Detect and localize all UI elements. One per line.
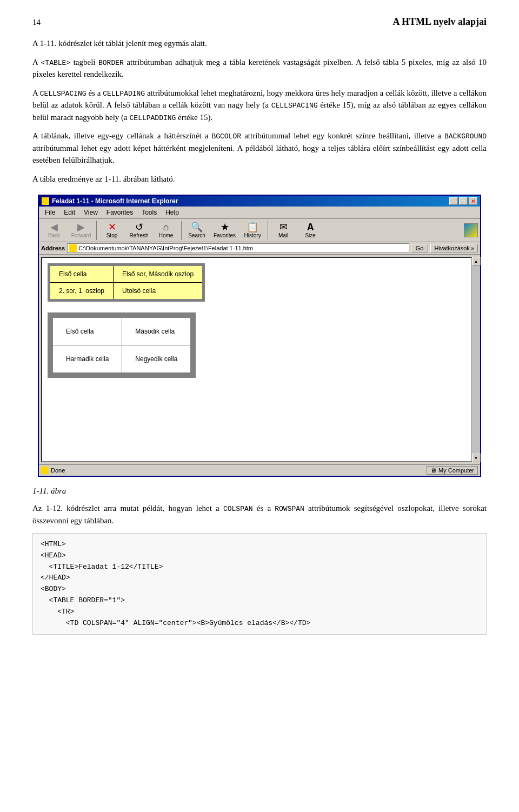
ie-home-button[interactable]: ⌂ Home — [153, 221, 179, 240]
code-line-3: <TITLE>Feladat 1-12</TITLE> — [41, 563, 163, 571]
ie-toolbar-logo — [464, 223, 478, 237]
size-label: Size — [305, 232, 315, 238]
table-cell: Első sor, Második oszlop — [114, 265, 204, 283]
code-table: <TABLE> — [41, 59, 71, 67]
ie-menu-view[interactable]: View — [79, 208, 102, 217]
table-row: Első cella Első sor, Második oszlop — [49, 265, 204, 283]
back-icon: ◀ — [50, 222, 58, 232]
table-cell: Első cella — [49, 265, 114, 283]
code-bgcolor: BGCOLOR — [211, 132, 241, 141]
figure-caption: 1-11. ábra — [32, 487, 487, 496]
paragraph-3: A CELLSPACING és a CELLPADING attribútum… — [32, 87, 487, 124]
ie-content-area: Első cella Első sor, Második oszlop 2. s… — [41, 257, 478, 462]
page-header: 14 A HTML nyelv alapjai — [32, 16, 487, 28]
ie-demo-table-1: Első cella Első sor, Második oszlop 2. s… — [48, 263, 205, 302]
refresh-icon: ↺ — [135, 222, 143, 232]
table-row: Harmadik cella Negyedik cella — [50, 345, 193, 376]
ie-status-icon — [41, 467, 49, 474]
refresh-label: Refresh — [129, 232, 148, 238]
ie-menu-tools[interactable]: Tools — [137, 208, 161, 217]
mail-icon: ✉ — [280, 222, 288, 232]
ie-favorites-button[interactable]: ★ Favorites — [211, 221, 238, 240]
ie-address-field[interactable]: C:\Dokumentumok\TANANYAG\IntProg\Fejezet… — [67, 243, 409, 253]
search-label: Search — [188, 232, 205, 238]
table-cell: Harmadik cella — [50, 345, 122, 376]
ie-minimize-btn[interactable]: _ — [449, 197, 458, 205]
ie-close-btn[interactable]: ✕ — [469, 197, 477, 205]
code-rowspan: ROWSPAN — [275, 505, 304, 513]
back-label: Back — [48, 232, 60, 238]
ie-statusbar: Done 🖥 My Computer — [39, 464, 480, 476]
paragraph-5: A tábla eredménye az 1-11. ábrában látha… — [32, 173, 487, 185]
code-cellspacing: CELLSPACING — [40, 90, 86, 98]
ie-maximize-btn[interactable]: □ — [459, 197, 468, 205]
ie-status-computer: My Computer — [438, 467, 474, 474]
ie-titlebar: Feladat 1-11 - Microsoft Internet Explor… — [39, 196, 480, 207]
ie-toolbar: ◀ Back ▶ Forward ✕ Stop ↺ Refresh ⌂ Home… — [39, 219, 480, 242]
ie-links-chevron: » — [471, 245, 474, 251]
code-background: BACKGROUND — [444, 132, 487, 141]
ie-go-button[interactable]: Go — [411, 244, 429, 252]
toolbar-separator-1 — [96, 221, 97, 240]
code-line-8: <TD COLSPAN="4" ALIGN="center"><B>Gyümöl… — [41, 619, 310, 627]
code-line-6: <TABLE BORDER="1"> — [41, 596, 125, 604]
code-line-7: <TR> — [41, 608, 74, 616]
ie-scrollbar-down[interactable]: ▼ — [472, 454, 481, 462]
table-row: Első cella Második cella — [50, 315, 193, 345]
ie-menubar: File Edit View Favorites Tools Help — [39, 207, 480, 219]
ie-links-label: Hivatkozások — [434, 245, 469, 251]
ie-content-wrapper: Első cella Első sor, Második oszlop 2. s… — [39, 257, 480, 462]
ie-status-left: Done — [41, 467, 65, 474]
ie-menu-help[interactable]: Help — [161, 208, 183, 217]
code-line-2: <HEAD> — [41, 551, 66, 560]
search-icon: 🔍 — [191, 222, 203, 232]
code-line-1: <HTML> — [41, 540, 66, 548]
table-row: 2. sor, 1. oszlop Utolsó cella — [49, 283, 204, 301]
ie-window-title: Feladat 1-11 - Microsoft Internet Explor… — [52, 197, 178, 205]
size-icon: A — [307, 222, 314, 232]
stop-icon: ✕ — [108, 222, 116, 232]
code-line-4: </HEAD> — [41, 574, 70, 582]
code-line-5: <BODY> — [41, 585, 66, 593]
table-cell: 2. sor, 1. oszlop — [49, 283, 114, 301]
code-block: <HTML> <HEAD> <TITLE>Feladat 1-12</TITLE… — [32, 533, 487, 635]
ie-scrollbar-track[interactable] — [472, 265, 480, 454]
ie-stop-button[interactable]: ✕ Stop — [99, 221, 125, 240]
favorites-label: Favorites — [214, 232, 236, 238]
ie-mail-button[interactable]: ✉ Mail — [270, 221, 296, 240]
page-number: 14 — [32, 18, 41, 27]
table-cell: Negyedik cella — [122, 345, 194, 376]
ie-menu-favorites[interactable]: Favorites — [102, 208, 137, 217]
forward-label: Forward — [71, 232, 91, 238]
ie-titlebar-buttons[interactable]: _ □ ✕ — [449, 197, 477, 205]
ie-search-button[interactable]: 🔍 Search — [184, 221, 210, 240]
code-cellpading: CELLPADING — [103, 90, 145, 98]
after-paragraph-1: Az 1-12. kódrészlet arra mutat példát, h… — [32, 502, 487, 527]
ie-back-button[interactable]: ◀ Back — [41, 221, 67, 240]
paragraph-4: A táblának, illetve egy-egy cellának a h… — [32, 130, 487, 167]
table-cell: Első cella — [50, 315, 122, 345]
ie-history-button[interactable]: 📋 History — [239, 221, 265, 240]
ie-menu-edit[interactable]: Edit — [59, 208, 79, 217]
ie-scrollbar[interactable]: ▲ ▼ — [471, 257, 480, 462]
ie-status-right: 🖥 My Computer — [427, 466, 478, 475]
ie-links-button[interactable]: Hivatkozások » — [430, 244, 478, 252]
ie-addressbar: Address C:\Dokumentumok\TANANYAG\IntProg… — [39, 242, 480, 255]
home-label: Home — [159, 232, 174, 238]
ie-refresh-button[interactable]: ↺ Refresh — [126, 221, 152, 240]
ie-size-button[interactable]: A Size — [297, 221, 323, 240]
toolbar-separator-2 — [181, 221, 182, 240]
ie-address-value: C:\Dokumentumok\TANANYAG\IntProg\Fejezet… — [78, 245, 253, 251]
ie-scrollbar-up[interactable]: ▲ — [472, 257, 481, 265]
ie-status-text: Done — [51, 467, 65, 474]
ie-menu-file[interactable]: File — [41, 208, 59, 217]
monitor-icon: 🖥 — [430, 467, 436, 474]
ie-demo-table-2: Első cella Második cella Harmadik cella … — [48, 312, 196, 378]
code-colspan: COLSPAN — [223, 505, 253, 513]
ie-forward-button[interactable]: ▶ Forward — [68, 221, 94, 240]
ie-app-icon — [42, 197, 49, 205]
page-title: A HTML nyelv alapjai — [392, 16, 487, 28]
table-cell: Utolsó cella — [114, 283, 204, 301]
ie-titlebar-title-area: Feladat 1-11 - Microsoft Internet Explor… — [42, 197, 178, 205]
paragraph-1: A 1-11. kódrészlet két táblát jelenít me… — [32, 37, 487, 50]
